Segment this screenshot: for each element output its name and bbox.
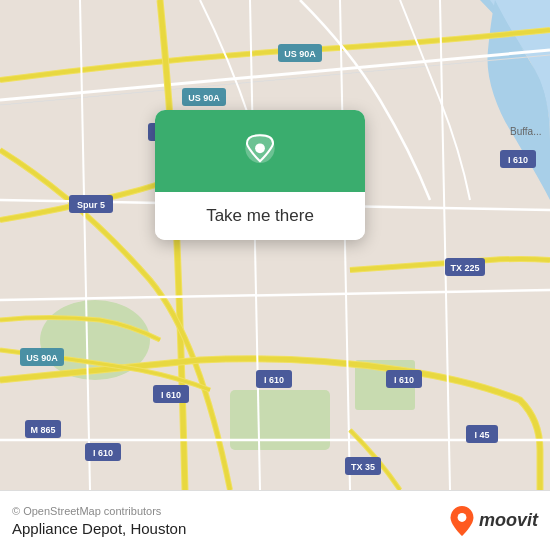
popup-green-header (155, 110, 365, 192)
svg-text:M 865: M 865 (30, 425, 55, 435)
svg-text:US 90A: US 90A (284, 49, 316, 59)
svg-point-45 (458, 513, 467, 522)
moovit-brand-text: moovit (479, 510, 538, 531)
svg-text:I 610: I 610 (394, 375, 414, 385)
svg-text:TX 225: TX 225 (450, 263, 479, 273)
svg-text:I 610: I 610 (508, 155, 528, 165)
svg-text:Buffa...: Buffa... (510, 126, 542, 137)
popup-card: Take me there (155, 110, 365, 240)
svg-text:I 610: I 610 (161, 390, 181, 400)
map-pin-icon (238, 132, 282, 176)
moovit-pin-icon (449, 506, 475, 536)
bottom-left: © OpenStreetMap contributors Appliance D… (12, 505, 186, 537)
osm-attribution: © OpenStreetMap contributors (12, 505, 186, 517)
bottom-bar: © OpenStreetMap contributors Appliance D… (0, 490, 550, 550)
svg-text:Spur 5: Spur 5 (77, 200, 105, 210)
svg-text:TX 35: TX 35 (351, 462, 375, 472)
svg-text:US 90A: US 90A (26, 353, 58, 363)
svg-text:I 45: I 45 (474, 430, 489, 440)
svg-text:I 610: I 610 (93, 448, 113, 458)
svg-text:US 90A: US 90A (188, 93, 220, 103)
location-name: Appliance Depot, Houston (12, 520, 186, 537)
svg-text:I 610: I 610 (264, 375, 284, 385)
map-container: US 90A US 90A I 45 Spur 5 I 610 I 610 I … (0, 0, 550, 490)
take-me-there-button[interactable]: Take me there (155, 192, 365, 240)
svg-point-44 (255, 143, 265, 153)
moovit-logo: moovit (449, 506, 538, 536)
